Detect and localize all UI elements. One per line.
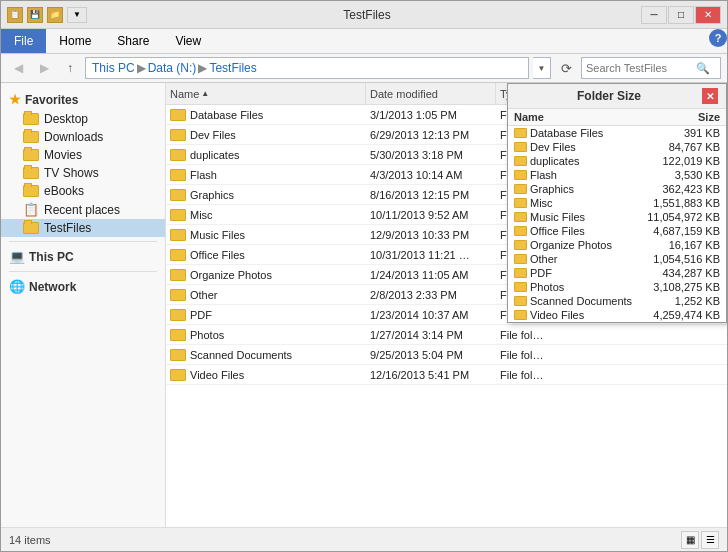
col-header-name[interactable]: Name ▲ (166, 83, 366, 104)
folder-icon (170, 129, 186, 141)
popup-item-name: Flash (514, 169, 640, 181)
list-item[interactable]: Graphics 362,423 KB (508, 182, 726, 196)
sidebar-label-ebooks: eBooks (44, 184, 84, 198)
list-item[interactable]: Dev Files 84,767 KB (508, 140, 726, 154)
popup-folder-icon (514, 240, 527, 250)
sidebar-item-testfiles[interactable]: TestFiles (1, 219, 165, 237)
popup-folder-icon (514, 310, 527, 320)
list-item[interactable]: Music Files 11,054,972 KB (508, 210, 726, 224)
list-item[interactable]: duplicates 122,019 KB (508, 154, 726, 168)
file-name-label: Organize Photos (190, 269, 272, 281)
popup-size-cell: 434,287 KB (640, 267, 720, 279)
sidebar-label-movies: Movies (44, 148, 82, 162)
refresh-button[interactable]: ⟳ (555, 57, 577, 79)
table-row[interactable]: Video Files 12/16/2013 5:41 PM File fol… (166, 365, 727, 385)
file-name-cell: Music Files (166, 229, 366, 241)
sidebar-item-desktop[interactable]: Desktop (1, 110, 165, 128)
file-name-label: Office Files (190, 249, 245, 261)
path-sep-1: ▶ (137, 61, 146, 75)
forward-button[interactable]: ▶ (33, 57, 55, 79)
list-item[interactable]: PDF 434,287 KB (508, 266, 726, 280)
popup-size-cell: 362,423 KB (640, 183, 720, 195)
file-date-cell: 4/3/2013 10:14 AM (366, 169, 496, 181)
tab-home[interactable]: Home (46, 29, 104, 53)
file-name-label: PDF (190, 309, 212, 321)
favorites-icon: ★ (9, 92, 21, 107)
tab-share[interactable]: Share (104, 29, 162, 53)
path-thispc[interactable]: This PC (92, 61, 135, 75)
popup-close-button[interactable]: ✕ (702, 88, 718, 104)
popup-item-name: Other (514, 253, 640, 265)
sidebar-item-ebooks[interactable]: eBooks (1, 182, 165, 200)
tab-file[interactable]: File (1, 29, 46, 53)
popup-size-cell: 1,551,883 KB (640, 197, 720, 209)
popup-name-label: Flash (530, 169, 557, 181)
sidebar-favorites-header[interactable]: ★ Favorites (1, 89, 165, 110)
window-dropdown[interactable]: ▼ (67, 7, 87, 23)
sidebar-label-desktop: Desktop (44, 112, 88, 126)
close-button[interactable]: ✕ (695, 6, 721, 24)
address-path[interactable]: This PC ▶ Data (N:) ▶ TestFiles (85, 57, 529, 79)
sidebar-label-tvshows: TV Shows (44, 166, 99, 180)
file-date-cell: 10/11/2013 9:52 AM (366, 209, 496, 221)
list-item[interactable]: Other 1,054,516 KB (508, 252, 726, 266)
popup-size-cell: 1,252 KB (640, 295, 720, 307)
minimize-button[interactable]: ─ (641, 6, 667, 24)
help-button[interactable]: ? (709, 29, 727, 47)
popup-item-name: Graphics (514, 183, 640, 195)
popup-name-label: Photos (530, 281, 564, 293)
popup-folder-icon (514, 282, 527, 292)
up-button[interactable]: ↑ (59, 57, 81, 79)
file-name-cell: Scanned Documents (166, 349, 366, 361)
file-name-cell: Dev Files (166, 129, 366, 141)
popup-size-cell: 11,054,972 KB (640, 211, 720, 223)
recentplaces-icon: 📋 (23, 202, 39, 217)
file-name-label: Video Files (190, 369, 244, 381)
list-item[interactable]: Scanned Documents 1,252 KB (508, 294, 726, 308)
list-item[interactable]: Video Files 4,259,474 KB (508, 308, 726, 322)
list-item[interactable]: Organize Photos 16,167 KB (508, 238, 726, 252)
popup-size-cell: 122,019 KB (640, 155, 720, 167)
computer-icon: 💻 (9, 249, 25, 264)
popup-size-cell: 1,054,516 KB (640, 253, 720, 265)
folder-icon (170, 329, 186, 341)
popup-size-cell: 4,259,474 KB (640, 309, 720, 321)
folder-icon (170, 209, 186, 221)
back-button[interactable]: ◀ (7, 57, 29, 79)
list-item[interactable]: Database Files 391 KB (508, 126, 726, 140)
sidebar-network-header[interactable]: 🌐 Network (1, 276, 165, 297)
list-item[interactable]: Office Files 4,687,159 KB (508, 224, 726, 238)
folder-icon (170, 249, 186, 261)
tab-view[interactable]: View (162, 29, 214, 53)
sidebar-thispc-header[interactable]: 💻 This PC (1, 246, 165, 267)
folder-icon-desktop (23, 113, 39, 125)
list-item[interactable]: Photos 3,108,275 KB (508, 280, 726, 294)
col-header-date[interactable]: Date modified (366, 83, 496, 104)
maximize-button[interactable]: □ (668, 6, 694, 24)
sidebar-thispc-section: 💻 This PC (1, 246, 165, 267)
address-dropdown[interactable]: ▼ (533, 57, 551, 79)
popup-col-name-header: Name (514, 111, 640, 123)
popup-folder-icon (514, 212, 527, 222)
details-view-button[interactable]: ☰ (701, 531, 719, 549)
list-item[interactable]: Misc 1,551,883 KB (508, 196, 726, 210)
popup-name-label: Graphics (530, 183, 574, 195)
popup-header: Folder Size ✕ (508, 84, 726, 109)
search-input[interactable] (586, 62, 696, 74)
path-testfiles[interactable]: TestFiles (209, 61, 256, 75)
popup-folder-icon (514, 226, 527, 236)
ribbon: File Home Share View ? (1, 29, 727, 54)
list-item[interactable]: Flash 3,530 KB (508, 168, 726, 182)
path-data[interactable]: Data (N:) (148, 61, 197, 75)
sidebar-item-tvshows[interactable]: TV Shows (1, 164, 165, 182)
folder-icon (170, 369, 186, 381)
table-row[interactable]: Scanned Documents 9/25/2013 5:04 PM File… (166, 345, 727, 365)
popup-item-name: duplicates (514, 155, 640, 167)
table-row[interactable]: Photos 1/27/2014 3:14 PM File fol… (166, 325, 727, 345)
sidebar-item-recentplaces[interactable]: 📋 Recent places (1, 200, 165, 219)
sidebar-item-movies[interactable]: Movies (1, 146, 165, 164)
popup-name-label: Database Files (530, 127, 603, 139)
sidebar-item-downloads[interactable]: Downloads (1, 128, 165, 146)
file-name-cell: Database Files (166, 109, 366, 121)
large-icons-view-button[interactable]: ▦ (681, 531, 699, 549)
